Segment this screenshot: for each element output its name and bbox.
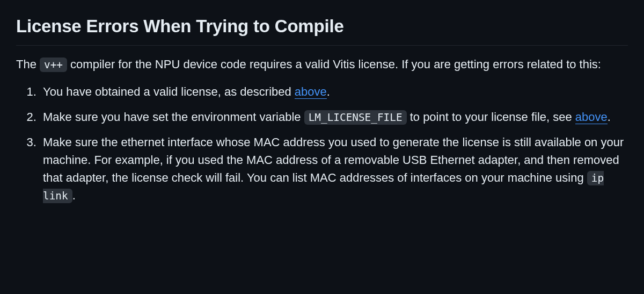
- code-vpp: v++: [40, 58, 67, 72]
- list-item: Make sure the ethernet interface whose M…: [40, 133, 628, 204]
- code-lm-license-file: LM_LICENSE_FILE: [304, 110, 407, 125]
- step-text-tail: .: [608, 110, 611, 124]
- step-text: You have obtained a valid license, as de…: [43, 85, 295, 98]
- list-item: You have obtained a valid license, as de…: [40, 83, 628, 101]
- link-above[interactable]: above: [295, 85, 327, 99]
- link-above[interactable]: above: [575, 110, 608, 124]
- intro-text-pre: The: [16, 58, 40, 71]
- section-heading: License Errors When Trying to Compile: [16, 13, 628, 46]
- steps-list: You have obtained a valid license, as de…: [16, 83, 628, 204]
- step-text-mid: to point to your license file, see: [407, 110, 575, 124]
- intro-paragraph: The v++ compiler for the NPU device code…: [16, 55, 628, 73]
- intro-text-post: compiler for the NPU device code require…: [67, 58, 601, 71]
- step-text-tail: .: [327, 85, 330, 98]
- doc-section: License Errors When Trying to Compile Th…: [0, 0, 644, 233]
- step-text: Make sure you have set the environment v…: [43, 110, 304, 124]
- list-item: Make sure you have set the environment v…: [40, 108, 628, 126]
- step-text: Make sure the ethernet interface whose M…: [43, 135, 624, 184]
- step-text-tail: .: [72, 189, 76, 202]
